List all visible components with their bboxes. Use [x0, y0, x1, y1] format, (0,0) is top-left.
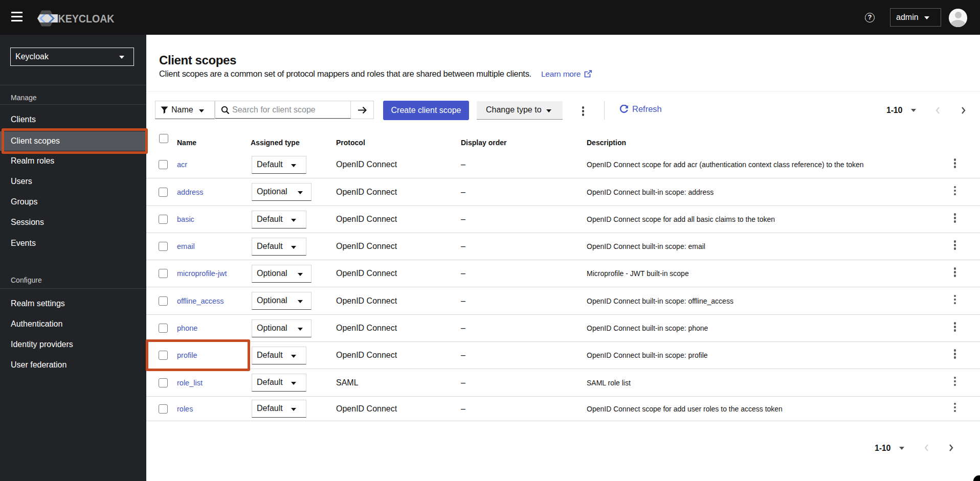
svg-text:KEYCLOAK: KEYCLOAK — [58, 13, 115, 25]
